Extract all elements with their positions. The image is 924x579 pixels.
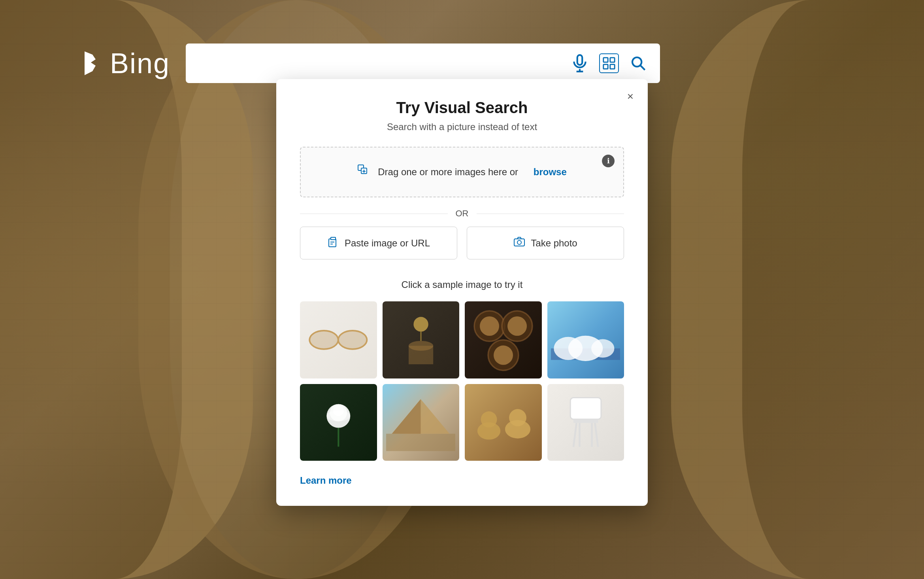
- svg-rect-51: [570, 398, 601, 419]
- or-text: OR: [456, 208, 469, 219]
- drag-images-icon: [357, 163, 371, 181]
- drop-zone-text-before: Drag one or more images here or: [378, 167, 518, 178]
- bing-brand-text: Bing: [110, 47, 170, 79]
- photo-button-label: Take photo: [531, 238, 577, 249]
- svg-marker-0: [85, 51, 96, 75]
- search-button[interactable]: [628, 53, 648, 73]
- svg-rect-52: [573, 419, 598, 423]
- search-input[interactable]: [198, 44, 562, 83]
- modal-title: Try Visual Search: [300, 99, 624, 117]
- sample-image-pyramid[interactable]: [383, 384, 460, 461]
- svg-point-34: [494, 345, 513, 365]
- drop-zone[interactable]: Drag one or more images here or browse: [300, 147, 624, 197]
- info-button[interactable]: ℹ: [602, 155, 615, 167]
- sample-image-chair[interactable]: [547, 384, 624, 461]
- svg-rect-6: [603, 64, 608, 69]
- svg-rect-5: [610, 58, 615, 62]
- sample-image-sunglasses[interactable]: [300, 301, 377, 378]
- sample-image-rose[interactable]: [300, 384, 377, 461]
- learn-more-link[interactable]: Learn more: [300, 475, 352, 486]
- modal-subtitle: Search with a picture instead of text: [300, 121, 624, 132]
- svg-point-21: [338, 331, 367, 349]
- bing-logo: Bing: [79, 47, 170, 79]
- svg-point-26: [409, 341, 433, 351]
- svg-rect-4: [603, 58, 608, 62]
- or-divider: OR: [300, 197, 624, 227]
- search-bar[interactable]: [186, 44, 660, 83]
- paste-image-button[interactable]: Paste image or URL: [300, 227, 457, 259]
- svg-point-19: [517, 240, 521, 244]
- svg-rect-44: [386, 434, 455, 451]
- svg-point-48: [481, 411, 497, 428]
- svg-point-50: [509, 409, 526, 426]
- microphone-button[interactable]: [570, 53, 590, 73]
- sample-images-grid: [300, 301, 624, 461]
- visual-search-button[interactable]: [599, 53, 619, 73]
- bing-b-icon: [79, 51, 103, 75]
- svg-point-27: [413, 317, 428, 332]
- svg-rect-18: [514, 239, 524, 246]
- take-photo-button[interactable]: Take photo: [467, 227, 624, 259]
- svg-line-9: [640, 65, 645, 70]
- svg-line-53: [573, 423, 577, 447]
- search-icons: [570, 53, 648, 73]
- svg-point-8: [632, 57, 641, 66]
- camera-photo-icon: [513, 236, 525, 250]
- drop-zone-content: Drag one or more images here or browse: [313, 163, 611, 181]
- sample-image-dogs[interactable]: [465, 384, 542, 461]
- svg-point-20: [310, 331, 339, 349]
- svg-point-32: [507, 316, 527, 336]
- sample-image-opera-house[interactable]: [547, 301, 624, 378]
- visual-search-modal: × Try Visual Search Search with a pictur…: [276, 79, 648, 506]
- svg-rect-7: [610, 64, 615, 69]
- paste-button-label: Paste image or URL: [345, 238, 430, 249]
- svg-point-38: [591, 339, 614, 358]
- svg-rect-1: [577, 55, 583, 65]
- sample-section-title: Click a sample image to try it: [300, 279, 624, 290]
- or-line-right: [477, 214, 624, 214]
- svg-point-30: [480, 316, 499, 336]
- action-buttons: Paste image or URL Take photo: [300, 227, 624, 259]
- sample-image-coffee[interactable]: [465, 301, 542, 378]
- paste-icon: [327, 236, 339, 250]
- svg-point-42: [326, 411, 350, 421]
- sample-image-dining[interactable]: [383, 301, 460, 378]
- or-line-left: [300, 214, 448, 214]
- svg-line-54: [595, 423, 598, 447]
- drop-zone-wrapper: Drag one or more images here or browse ℹ: [300, 147, 624, 197]
- modal-close-button[interactable]: ×: [622, 89, 638, 104]
- browse-link[interactable]: browse: [534, 167, 567, 178]
- svg-marker-46: [392, 399, 421, 434]
- top-bar: Bing: [0, 44, 924, 83]
- svg-rect-15: [331, 237, 336, 240]
